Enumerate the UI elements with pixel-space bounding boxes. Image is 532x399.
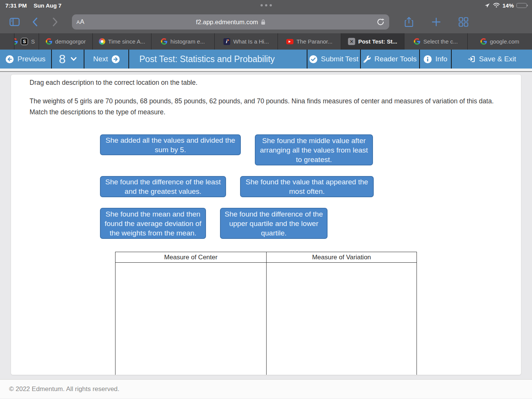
column-header-variation: Measure of Variation [267, 252, 417, 262]
url-text: f2.app.edmentum.com [196, 19, 258, 26]
youtube-icon [286, 39, 293, 44]
investopedia-icon: i [223, 38, 230, 45]
previous-button[interactable]: Previous [0, 50, 52, 69]
page-footer: © 2022 Edmentum. All rights reserved. [0, 379, 532, 399]
tab-label: Time since A... [108, 38, 145, 45]
sidebar-toggle-button[interactable] [6, 14, 23, 30]
tab-label: Select the c... [423, 38, 458, 45]
google-icon [161, 38, 167, 45]
tab-post-test[interactable]: ✕ Post Test: St... [341, 33, 404, 50]
subheader-strip [0, 69, 532, 72]
tab-label: demogorgor [55, 38, 86, 45]
lock-icon [261, 19, 265, 25]
tab-histogram[interactable]: histogram e... [151, 33, 215, 50]
back-button[interactable] [27, 14, 43, 30]
safari-toolbar: AA f2.app.edmentum.com [0, 11, 532, 33]
tab-partial-s[interactable]: S S [14, 33, 39, 50]
question-instruction: Drag each description to the correct loc… [30, 79, 198, 87]
palette-icon [99, 38, 105, 45]
info-button[interactable]: Info [420, 50, 452, 69]
wrench-icon [364, 56, 371, 63]
reload-button[interactable] [376, 17, 385, 26]
drag-tile-median[interactable]: She found the middle value after arrangi… [255, 134, 373, 165]
answer-table: Measure of Center Measure of Variation [115, 252, 417, 375]
battery-percent: 14% [502, 2, 514, 9]
sign-out-icon [468, 55, 475, 63]
tab-demogorgon[interactable]: demogorgor [39, 33, 93, 50]
save-exit-button[interactable]: Save & Exit [452, 50, 532, 69]
tab-stub[interactable] [0, 33, 14, 50]
question-select-dropdown[interactable]: 8 [52, 50, 84, 69]
next-button[interactable]: Next [84, 50, 129, 69]
test-toolbar: Previous 8 Next Post Test: Statistics an… [0, 50, 532, 69]
ipad-screen: 7:31 PM Sun Aug 7 14% [0, 0, 532, 399]
drop-zone-measure-of-variation[interactable] [267, 263, 417, 375]
tab-label: Post Test: St... [358, 38, 397, 45]
arrow-circle-right-icon [112, 55, 120, 63]
column-header-center: Measure of Center [115, 252, 267, 262]
battery-icon [516, 3, 527, 8]
drag-tile-mode[interactable]: She found the value that appeared the mo… [240, 176, 374, 197]
drag-tile-iqr[interactable]: She found the difference of the upper qu… [220, 208, 328, 239]
arrow-circle-left-icon [6, 55, 14, 63]
close-tab-icon[interactable]: ✕ [348, 38, 355, 45]
address-bar[interactable]: AA f2.app.edmentum.com [72, 14, 389, 30]
location-icon [485, 3, 490, 8]
status-bar: 7:31 PM Sun Aug 7 14% [0, 0, 532, 11]
wifi-icon [493, 3, 500, 8]
tab-label: histogram e... [170, 38, 205, 45]
tab-label: google.com [490, 38, 520, 45]
drag-tile-range[interactable]: She found the difference of the least an… [100, 176, 226, 197]
google-icon [46, 38, 52, 45]
share-button[interactable] [401, 14, 417, 30]
tab-select-the[interactable]: Select the c... [404, 33, 468, 50]
question-prompt: The weights of 5 girls are 70 pounds, 68… [30, 96, 502, 118]
google-icon [481, 38, 487, 45]
question-card: Drag each description to the correct loc… [11, 74, 521, 375]
test-title: Post Test: Statistics and Probability [129, 50, 307, 69]
reader-tools-button[interactable]: Reader Tools [361, 50, 420, 69]
content-area: Drag each description to the correct loc… [0, 72, 532, 379]
forward-button[interactable] [47, 14, 64, 30]
drag-tile-mean-deviation[interactable]: She found the mean and then found the av… [100, 208, 206, 239]
check-circle-icon [309, 55, 317, 63]
drop-zone-measure-of-center[interactable] [115, 263, 267, 375]
tab-label: What Is a Hi... [233, 38, 269, 45]
google-icon [414, 38, 420, 45]
tab-overview-button[interactable] [455, 14, 472, 30]
date: Sun Aug 7 [34, 2, 62, 9]
submit-test-button[interactable]: Submit Test [307, 50, 361, 69]
copyright-text: © 2022 Edmentum. All rights reserved. [9, 385, 119, 393]
tab-time-since[interactable]: Time since A... [93, 33, 151, 50]
tab-what-is[interactable]: i What Is a Hi... [215, 33, 278, 50]
multitask-dots-icon [261, 4, 272, 6]
chevron-down-icon [71, 57, 76, 61]
tab-paranormal[interactable]: The Paranor... [278, 33, 341, 50]
tab-label: S [31, 38, 35, 45]
clock: 7:31 PM [5, 2, 27, 9]
clipped-favicon [14, 38, 18, 45]
tab-bar: S S demogorgor Time since A... histogram… [0, 33, 532, 50]
s-app-icon: S [21, 38, 28, 45]
tab-google[interactable]: google.com [468, 33, 532, 50]
info-circle-icon [424, 55, 432, 63]
tab-label: The Paranor... [296, 38, 332, 45]
drag-tile-mean[interactable]: She added all the values and divided the… [100, 134, 241, 155]
new-tab-button[interactable] [428, 14, 445, 30]
